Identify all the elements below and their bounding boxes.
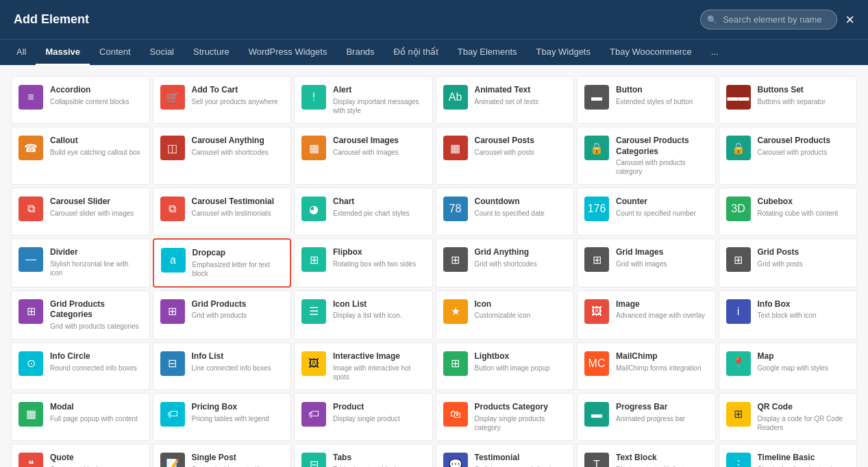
carousel-images-icon: ▦ — [301, 136, 326, 160]
icon-icon: ★ — [443, 299, 468, 324]
flipbox-name: Flipbox — [333, 247, 425, 258]
grid-posts-icon: ⊞ — [726, 247, 751, 272]
element-item-quote[interactable]: ❝QuoteQuote text block — [11, 444, 150, 467]
element-item-pricing-box[interactable]: 🏷Pricing BoxPricing tables with legend — [153, 393, 292, 441]
info-circle-desc: Round connected info boxes — [50, 364, 142, 373]
element-item-text-block[interactable]: TText BlockDisplay a text with font form… — [577, 444, 716, 467]
element-item-carousel-testimonial[interactable]: ⧉Carousel TestimonialCarousel with testi… — [153, 188, 292, 236]
element-item-progress-bar[interactable]: ▬Progress BarAnimated progress bar — [577, 393, 716, 441]
element-item-info-box[interactable]: iInfo BoxText block with icon — [719, 290, 858, 340]
element-item-animated-text[interactable]: AbAnimated TextAnimated set of texts — [436, 76, 575, 124]
animated-text-icon: Ab — [443, 85, 468, 110]
element-item-testimonial[interactable]: 💬TestimonialStylish recommendation box — [436, 444, 575, 467]
element-item-cubebox[interactable]: 3DCubeboxRotating cube with content — [719, 188, 858, 236]
element-item-single-post[interactable]: 📝Single PostCustomizable post with many … — [153, 444, 292, 467]
single-post-name: Single Post — [192, 453, 284, 464]
text-block-name: Text Block — [616, 453, 708, 464]
icon-list-icon: ☰ — [301, 299, 326, 324]
element-item-dropcap[interactable]: aDropcapEmphasized letter for text block — [153, 238, 292, 288]
tab-massive[interactable]: Massive — [36, 40, 90, 65]
element-item-products-category[interactable]: 🛍Products CategoryDisplay single product… — [436, 393, 575, 441]
element-item-modal[interactable]: ▦ModalFull page popup with content — [11, 393, 150, 441]
tab-all[interactable]: All — [7, 40, 36, 65]
element-item-grid-posts[interactable]: ⊞Grid PostsGrid with posts — [719, 238, 858, 288]
qr-code-icon: ⊞ — [726, 402, 751, 427]
carousel-anything-desc: Carousel with shortcodes — [192, 148, 284, 157]
element-item-buttons-set[interactable]: ▬▬Buttons SetButtons with separator — [719, 76, 858, 124]
element-item-add-to-cart[interactable]: 🛒Add To CartSell your products anywhere — [153, 76, 292, 124]
grid-images-desc: Grid with images — [616, 260, 708, 268]
element-item-counter[interactable]: 176CounterCount to specified number — [577, 188, 716, 236]
icon-text: IconCustomizable icon — [475, 299, 567, 320]
element-item-icon[interactable]: ★IconCustomizable icon — [436, 290, 575, 340]
cubebox-desc: Rotating cube with content — [758, 209, 850, 218]
element-item-carousel-slider[interactable]: ⧉Carousel SliderCarousel slider with ima… — [11, 188, 150, 236]
element-item-accordion[interactable]: ≡AccordionCollapsible content blocks — [11, 76, 150, 124]
tab-brands[interactable]: Brands — [336, 40, 384, 65]
tab-tbay-widgets[interactable]: Tbay Widgets — [527, 40, 600, 65]
element-item-qr-code[interactable]: ⊞QR CodeDisplay a code for QR Code Reade… — [719, 393, 858, 441]
timeline-basic-text: Timeline BasicSimple timeline shortcode — [758, 453, 850, 467]
element-item-grid-anything[interactable]: ⊞Grid AnythingGrid with shortcodes — [436, 238, 575, 288]
element-item-info-circle[interactable]: ⊙Info CircleRound connected info boxes — [11, 342, 150, 390]
tabs-bar: AllMassiveContentSocialStructureWordPres… — [0, 39, 868, 65]
pricing-box-name: Pricing Box — [192, 402, 284, 413]
alert-text: AlertDisplay important messages with sty… — [333, 85, 425, 115]
carousel-posts-icon: ▦ — [443, 136, 468, 160]
image-desc: Advanced image with overlay — [616, 311, 708, 320]
element-item-carousel-products[interactable]: 🔒Carousel ProductsCarousel with products — [719, 127, 858, 185]
tab-do-noi-that[interactable]: Đồ nội thất — [384, 40, 448, 65]
lightbox-icon: ⊞ — [443, 351, 468, 376]
products-category-desc: Display single products category — [475, 414, 567, 432]
element-item-carousel-anything[interactable]: ◫Carousel AnythingCarousel with shortcod… — [153, 127, 292, 185]
element-item-carousel-posts[interactable]: ▦Carousel PostsCarousel with posts — [436, 127, 575, 185]
element-item-flipbox[interactable]: ⊞FlipboxRotating box with two sides — [294, 238, 433, 288]
grid-products-categories-name: Grid Products Categories — [50, 299, 142, 320]
element-item-countdown[interactable]: 78CountdownCount to specified date — [436, 188, 575, 236]
add-to-cart-text: Add To CartSell your products anywhere — [192, 85, 284, 106]
element-item-mailchimp[interactable]: MCMailChimpMailChimp forms integration — [577, 342, 716, 390]
element-item-lightbox[interactable]: ⊞LightboxButton with image popup — [436, 342, 575, 390]
element-item-grid-products[interactable]: ⊞Grid ProductsGrid with products — [153, 290, 292, 340]
tabs-text: TabsTabbed content blocks — [333, 453, 425, 467]
carousel-products-desc: Carousel with products — [758, 148, 850, 157]
element-item-info-list[interactable]: ⊟Info ListLine connected info boxes — [153, 342, 292, 390]
element-item-grid-images[interactable]: ⊞Grid ImagesGrid with images — [577, 238, 716, 288]
info-list-text: Info ListLine connected info boxes — [192, 351, 284, 373]
tab-social[interactable]: Social — [140, 40, 184, 65]
search-input[interactable] — [700, 10, 837, 29]
element-item-timeline-basic[interactable]: ⋮Timeline BasicSimple timeline shortcode — [719, 444, 858, 467]
element-item-carousel-images[interactable]: ▦Carousel ImagesCarousel with images — [294, 127, 433, 185]
element-item-tabs[interactable]: ⊟TabsTabbed content blocks — [294, 444, 433, 467]
tab-more[interactable]: ... — [702, 40, 728, 65]
element-item-product[interactable]: 🏷ProductDisplay single product — [294, 393, 433, 441]
element-item-icon-list[interactable]: ☰Icon ListDisplay a list with icon. — [294, 290, 433, 340]
element-item-callout[interactable]: ☎CalloutBuild eye catching callout box — [11, 127, 150, 185]
element-item-image[interactable]: 🖼ImageAdvanced image with overlay — [577, 290, 716, 340]
element-item-chart[interactable]: ◕ChartExtended pie chart styles — [294, 188, 433, 236]
carousel-anything-name: Carousel Anything — [192, 136, 284, 147]
accordion-icon: ≡ — [18, 85, 43, 110]
element-item-alert[interactable]: !AlertDisplay important messages with st… — [294, 76, 433, 124]
element-item-divider[interactable]: —DividerStylish horizontal line with ico… — [11, 238, 150, 288]
tab-content[interactable]: Content — [90, 40, 140, 65]
carousel-products-categories-name: Carousel Products Categories — [616, 136, 708, 157]
tab-tbay-woocommerce[interactable]: Tbay Woocommerce — [600, 40, 702, 65]
map-text: MapGoogle map with styles — [758, 351, 850, 373]
modal-overlay: Add Element × AllMassiveContentSocialStr… — [0, 0, 868, 467]
element-item-button[interactable]: ▬ButtonExtended styles of button — [577, 76, 716, 124]
tabs-desc: Tabbed content blocks — [333, 465, 425, 467]
tab-tbay-elements[interactable]: Tbay Elements — [448, 40, 527, 65]
close-button[interactable]: × — [845, 12, 854, 27]
element-item-interactive-image[interactable]: 🖼Interactive ImageImage with interactive… — [294, 342, 433, 390]
tab-wordpress-widgets[interactable]: WordPress Widgets — [239, 40, 337, 65]
tab-structure[interactable]: Structure — [184, 40, 239, 65]
grid-anything-text: Grid AnythingGrid with shortcodes — [475, 247, 567, 268]
carousel-slider-name: Carousel Slider — [50, 197, 142, 207]
grid-images-name: Grid Images — [616, 247, 708, 258]
element-item-map[interactable]: 📍MapGoogle map with styles — [719, 342, 858, 390]
grid-anything-desc: Grid with shortcodes — [475, 260, 567, 268]
product-desc: Display single product — [333, 414, 425, 423]
element-item-carousel-products-categories[interactable]: 🔒Carousel Products CategoriesCarousel wi… — [577, 127, 716, 185]
element-item-grid-products-categories[interactable]: ⊞Grid Products CategoriesGrid with produ… — [11, 290, 150, 340]
